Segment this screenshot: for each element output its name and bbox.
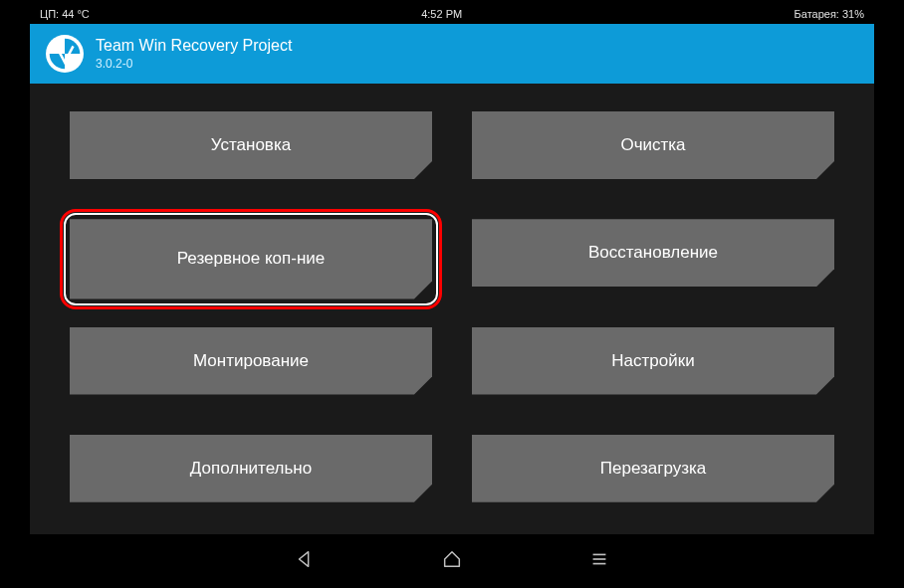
app-header: Team Win Recovery Project 3.0.2-0 <box>30 24 874 84</box>
screen: ЦП: 44 °C 4:52 PM Батарея: 31% Team Win … <box>30 4 874 584</box>
status-bar: ЦП: 44 °C 4:52 PM Батарея: 31% <box>30 4 874 24</box>
twrp-logo-icon <box>46 35 84 73</box>
wipe-button[interactable]: Очистка <box>472 111 834 179</box>
status-time: 4:52 PM <box>90 8 794 20</box>
install-label: Установка <box>211 135 291 155</box>
settings-label: Настройки <box>611 351 694 371</box>
home-button[interactable] <box>438 545 466 573</box>
header-text: Team Win Recovery Project 3.0.2-0 <box>96 37 292 71</box>
back-button[interactable] <box>291 545 319 573</box>
mount-button[interactable]: Монтирование <box>70 327 432 395</box>
backup-highlight: Резервное коп-ние <box>70 219 432 298</box>
app-version: 3.0.2-0 <box>96 57 292 71</box>
restore-label: Восстановление <box>588 243 718 263</box>
android-nav-bar <box>30 534 874 584</box>
restore-button[interactable]: Восстановление <box>472 219 834 287</box>
backup-label: Резервное коп-ние <box>177 249 326 269</box>
advanced-label: Дополнительно <box>190 459 312 479</box>
reboot-label: Перезагрузка <box>600 459 706 479</box>
settings-button[interactable]: Настройки <box>472 327 834 395</box>
status-battery: Батарея: 31% <box>794 8 864 20</box>
recent-button[interactable] <box>585 545 613 573</box>
main-menu: Установка Очистка Резервное коп-ние Восс… <box>30 84 874 534</box>
status-cpu-temp: ЦП: 44 °C <box>40 8 90 20</box>
reboot-button[interactable]: Перезагрузка <box>472 435 834 502</box>
install-button[interactable]: Установка <box>70 111 432 179</box>
backup-button[interactable]: Резервное коп-ние <box>70 219 432 298</box>
device-frame: ЦП: 44 °C 4:52 PM Батарея: 31% Team Win … <box>0 0 904 588</box>
mount-label: Монтирование <box>193 351 309 371</box>
advanced-button[interactable]: Дополнительно <box>70 435 432 502</box>
wipe-label: Очистка <box>620 135 685 155</box>
app-title: Team Win Recovery Project <box>96 37 292 55</box>
